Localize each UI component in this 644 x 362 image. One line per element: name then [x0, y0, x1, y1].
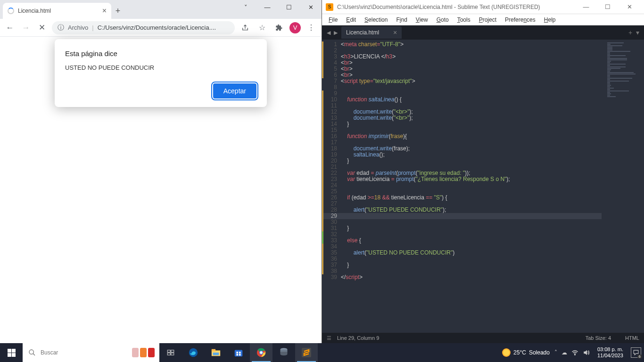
- status-tab-size[interactable]: Tab Size: 4: [586, 335, 611, 341]
- svg-point-20: [575, 354, 576, 355]
- forward-button: →: [20, 22, 32, 34]
- tray-onedrive-icon[interactable]: ☁: [561, 349, 567, 356]
- taskbar-search[interactable]: Buscar: [23, 343, 159, 362]
- bookmark-icon[interactable]: ☆: [256, 23, 269, 32]
- close-tab-icon[interactable]: ×: [102, 7, 107, 15]
- browser-tab[interactable]: Licencia.html ×: [3, 3, 111, 19]
- chrome-window: Licencia.html × + ˅ — ☐ ✕ ← → ✕ ⓘ Archiv…: [0, 0, 322, 343]
- menu-help[interactable]: Help: [540, 16, 560, 24]
- extensions-icon[interactable]: [272, 24, 286, 32]
- svg-rect-8: [212, 349, 215, 352]
- search-icon: [28, 349, 36, 356]
- svg-rect-10: [235, 350, 243, 357]
- menu-project[interactable]: Project: [475, 16, 500, 24]
- sublime-editor-body: 1234567891011121314151617181920212223242…: [322, 40, 644, 333]
- tray-volume-icon[interactable]: [583, 349, 590, 356]
- editor-tab[interactable]: Licencia.html ×: [341, 26, 402, 39]
- svg-rect-12: [239, 352, 241, 354]
- minimap[interactable]: [602, 40, 644, 333]
- menu-view[interactable]: View: [412, 16, 432, 24]
- menu-selection[interactable]: Selection: [361, 16, 391, 24]
- sublime-titlebar[interactable]: S C:\Users\vinz\Documents\oracle\Licenci…: [322, 0, 644, 14]
- svg-rect-3: [171, 350, 174, 353]
- chrome-close-button[interactable]: ✕: [300, 0, 322, 14]
- task-view-button[interactable]: [159, 343, 182, 362]
- tab-title: Licencia.html: [18, 8, 99, 14]
- address-scheme-label: Archivo: [68, 24, 88, 31]
- editor-tab-name: Licencia.html: [346, 29, 379, 36]
- sublime-maximize-button[interactable]: ☐: [597, 3, 619, 10]
- taskbar-system-tray: 25°C Soleado ˄ ☁ 03:08 p. m. 11/04/2023 …: [502, 343, 644, 362]
- sublime-statusbar: ☰ Line 29, Column 9 Tab Size: 4 HTML: [322, 333, 644, 343]
- tray-wifi-icon[interactable]: [571, 350, 578, 355]
- svg-point-17: [260, 351, 263, 354]
- menu-find[interactable]: Find: [392, 16, 411, 24]
- weather-desc: Soleado: [529, 349, 550, 356]
- sublime-menubar: File Edit Selection Find View Goto Tools…: [322, 14, 644, 25]
- chrome-window-controls: ˅ — ☐ ✕: [235, 0, 322, 14]
- modification-bar: [322, 40, 323, 333]
- menu-goto[interactable]: Goto: [433, 16, 453, 24]
- taskbar-app-sublime[interactable]: [295, 343, 318, 362]
- svg-rect-14: [239, 354, 241, 356]
- back-button[interactable]: ←: [4, 22, 16, 34]
- chrome-menu-icon[interactable]: ⋮: [305, 23, 318, 32]
- clock-date: 11/04/2023: [597, 353, 623, 359]
- svg-rect-2: [167, 350, 170, 353]
- start-button[interactable]: [0, 343, 23, 362]
- sublime-nav-arrows[interactable]: ◀ ▶: [324, 30, 341, 36]
- statusbar-menu-icon[interactable]: ☰: [327, 335, 331, 341]
- notification-badge: 6: [637, 354, 642, 359]
- weather-temp: 25°C: [513, 349, 526, 356]
- svg-rect-9: [213, 353, 219, 355]
- chrome-address-bar: ← → ✕ ⓘ Archivo | C:/Users/vinz/Document…: [0, 19, 322, 37]
- svg-point-0: [29, 350, 33, 354]
- new-tab-button[interactable]: +: [111, 3, 124, 19]
- share-icon[interactable]: [239, 24, 252, 32]
- chrome-minimize-button[interactable]: —: [256, 0, 278, 14]
- sublime-title-text: C:\Users\vinz\Documents\oracle\Licencia.…: [337, 4, 540, 10]
- weather-widget[interactable]: 25°C Soleado: [502, 348, 550, 357]
- menu-tools[interactable]: Tools: [454, 16, 474, 24]
- sublime-minimize-button[interactable]: —: [575, 3, 597, 10]
- status-cursor-position[interactable]: Line 29, Column 9: [337, 335, 379, 341]
- address-url: C:/Users/vinz/Documents/oracle/Licencia.…: [98, 24, 229, 31]
- chrome-chevron-icon[interactable]: ˅: [235, 0, 256, 14]
- status-syntax[interactable]: HTML: [625, 335, 639, 341]
- chrome-tabbar: Licencia.html × + ˅ — ☐ ✕: [0, 0, 322, 19]
- taskbar-app-store[interactable]: [227, 343, 250, 362]
- menu-file[interactable]: File: [325, 16, 341, 24]
- javascript-alert-dialog: Esta página dice USTED NO PUEDE CONDUCIR…: [55, 39, 267, 107]
- line-gutter[interactable]: 1234567891011121314151617181920212223242…: [322, 40, 341, 333]
- svg-rect-11: [236, 352, 238, 354]
- site-info-icon[interactable]: ⓘ: [58, 24, 64, 32]
- sublime-tab-overflow[interactable]: + ▾: [628, 29, 644, 36]
- svg-rect-5: [171, 353, 174, 355]
- editor-tab-close-icon[interactable]: ×: [393, 29, 397, 36]
- taskbar-app-edge[interactable]: [182, 343, 205, 362]
- dialog-accept-button[interactable]: Aceptar: [213, 83, 256, 99]
- tray-overflow-icon[interactable]: ˄: [554, 349, 557, 356]
- dialog-title: Esta página dice: [65, 49, 256, 58]
- taskbar-app-chrome[interactable]: [250, 343, 272, 362]
- windows-logo-icon: [8, 349, 16, 357]
- windows-taskbar: Buscar 25°C Soleado: [0, 343, 644, 362]
- chrome-maximize-button[interactable]: ☐: [278, 0, 300, 14]
- sublime-window: S C:\Users\vinz\Documents\oracle\Licenci…: [322, 0, 644, 343]
- taskbar-clock[interactable]: 03:08 p. m. 11/04/2023: [594, 346, 626, 359]
- sublime-tabbar: ◀ ▶ Licencia.html × + ▾: [322, 25, 644, 40]
- dialog-message: USTED NO PUEDE CONDUCIR: [65, 64, 256, 71]
- sublime-close-button[interactable]: ✕: [619, 3, 640, 10]
- taskbar-app-database[interactable]: [272, 343, 295, 362]
- profile-avatar[interactable]: V: [289, 22, 301, 33]
- svg-rect-13: [236, 354, 238, 356]
- address-field[interactable]: ⓘ Archivo | C:/Users/vinz/Documents/orac…: [52, 21, 235, 34]
- notification-center-icon[interactable]: 6: [631, 347, 641, 358]
- loading-spinner-icon: [8, 8, 14, 14]
- code-editor[interactable]: <meta charset="UTF-8"> <h3>LICENCIA </h3…: [341, 40, 602, 333]
- menu-preferences[interactable]: Preferences: [501, 16, 539, 24]
- search-placeholder: Buscar: [41, 349, 58, 356]
- stop-reload-button[interactable]: ✕: [36, 22, 48, 34]
- menu-edit[interactable]: Edit: [342, 16, 360, 24]
- taskbar-app-explorer[interactable]: [205, 343, 227, 362]
